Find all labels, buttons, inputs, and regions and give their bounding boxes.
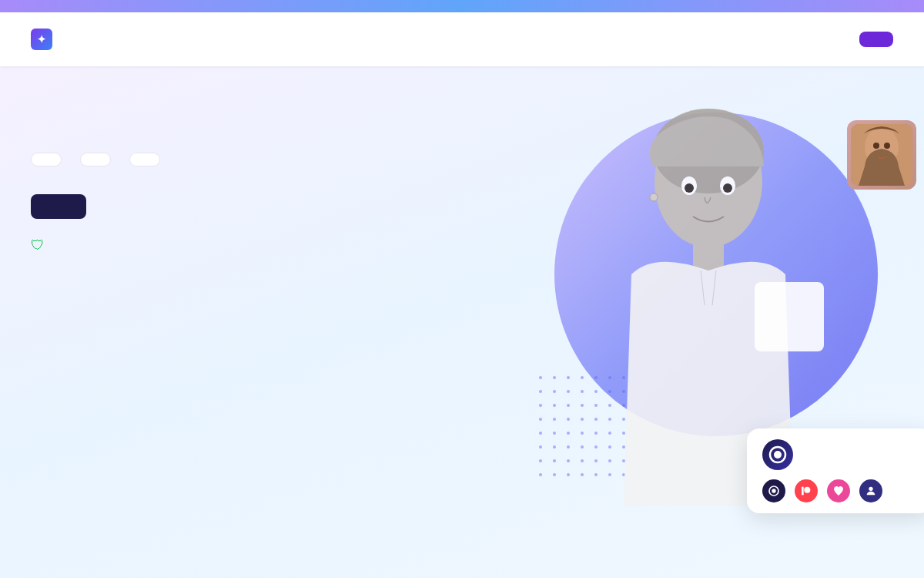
white-square-overlay [755,282,824,351]
onlyfans-icon [762,479,785,502]
heart-icon [827,479,850,502]
svg-point-15 [772,489,775,492]
logo[interactable]: ✦ [31,29,59,50]
stats-row [31,153,508,166]
svg-point-10 [873,143,879,149]
svg-point-11 [884,143,890,149]
svg-point-5 [685,183,694,193]
svg-rect-17 [802,487,804,496]
navbar: ✦ [0,12,924,66]
svg-point-13 [774,451,782,459]
trust-row: 🛡 [31,237,508,254]
hero-section: 🛡 [0,66,924,567]
logo-icon: ✦ [31,29,52,50]
profile-card-small [847,120,916,190]
svg-point-6 [723,183,732,193]
hero-content: 🛡 [31,113,508,254]
platform-icons-row [762,479,916,502]
stat-leaks [31,153,62,166]
platform-logo-icon [762,439,793,470]
platform-card-header [762,439,916,470]
svg-point-18 [869,487,872,491]
fans-icon [859,479,882,502]
profile-face [851,124,912,186]
platform-card [747,428,924,513]
sign-in-button[interactable] [859,32,893,47]
svg-point-7 [650,193,658,201]
cta-button[interactable] [31,194,86,219]
patreon-icon [795,479,818,502]
svg-point-16 [804,487,810,493]
stat-google [80,153,111,166]
top-banner [0,0,924,12]
shield-icon: 🛡 [31,237,45,254]
svg-rect-2 [693,240,724,271]
hero-visual: const dotsContainer = document.querySele… [508,82,924,544]
stat-twitter [129,153,160,166]
